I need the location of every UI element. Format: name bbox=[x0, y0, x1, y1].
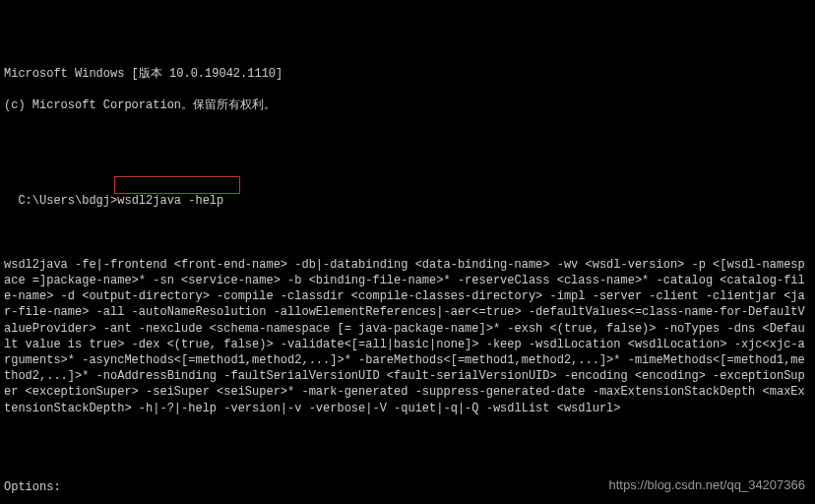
prompt-path: C:\Users\bdgj> bbox=[18, 194, 117, 208]
blank-line-2 bbox=[4, 448, 811, 464]
winver-line: Microsoft Windows [版本 10.0.19042.1110] bbox=[4, 66, 811, 82]
watermark-text: https://blog.csdn.net/qq_34207366 bbox=[609, 476, 806, 494]
prompt-command[interactable]: wsdl2java -help bbox=[117, 194, 223, 208]
prompt-line[interactable]: C:\Users\bdgj>wsdl2java -help bbox=[4, 177, 811, 225]
blank-line bbox=[4, 130, 811, 146]
highlight-box bbox=[114, 176, 240, 194]
usage-text: wsdl2java -fe|-frontend <front-end-name>… bbox=[4, 257, 811, 416]
copyright-line: (c) Microsoft Corporation。保留所有权利。 bbox=[4, 97, 811, 113]
